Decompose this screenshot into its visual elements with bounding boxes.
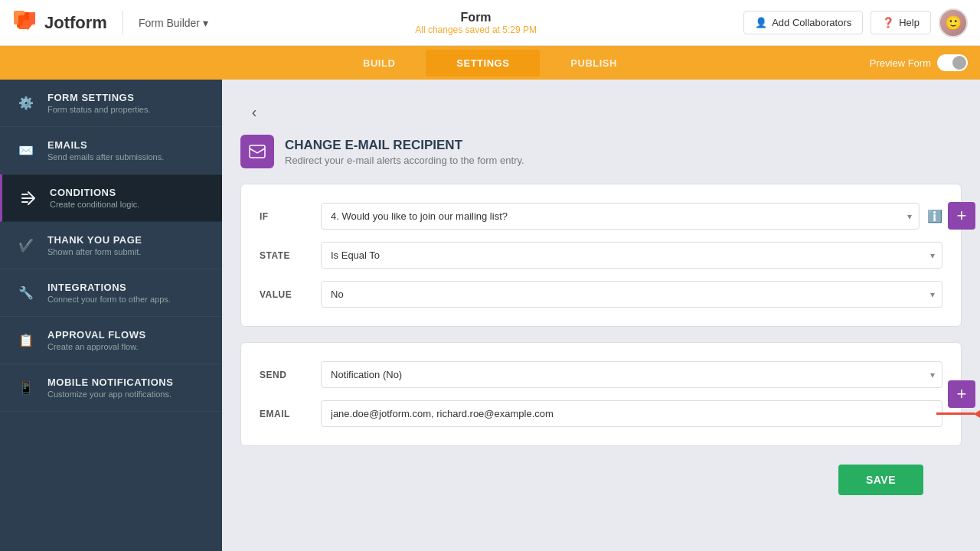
section-header: CHANGE E-MAIL RECIPIENT Redirect your e-… (240, 135, 962, 168)
sidebar-item-emails[interactable]: ✉️ EMAILS Send emails after submissions. (0, 127, 222, 174)
state-row: STATE Is Equal To ▾ (260, 242, 942, 269)
send-select-wrapper: Notification (No) ▾ (321, 361, 942, 388)
action-card: SEND Notification (No) ▾ EMAIL (240, 342, 962, 446)
email-row: EMAIL (260, 400, 942, 427)
save-section: SAVE (240, 465, 962, 495)
mobile-subtitle: Customize your app notifications. (47, 390, 173, 399)
person-icon: 👤 (755, 17, 767, 28)
email-input[interactable] (321, 400, 942, 427)
form-builder-button[interactable]: Form Builder ▾ (139, 17, 208, 29)
svg-rect-7 (23, 20, 29, 29)
help-button[interactable]: ❓ Help (871, 11, 931, 34)
mobile-icon: 📱 (15, 377, 37, 399)
info-icon[interactable]: ℹ️ (927, 209, 942, 223)
gear-icon: ⚙️ (15, 93, 37, 114)
nav-tabs: BUILD SETTINGS PUBLISH Preview Form (0, 46, 980, 80)
arrow-head (974, 407, 980, 421)
preview-form-label: Preview Form (870, 57, 931, 69)
add-collaborators-button[interactable]: 👤 Add Collaborators (743, 11, 863, 34)
sidebar-item-integrations[interactable]: 🔧 INTEGRATIONS Connect your form to othe… (0, 269, 222, 317)
if-select[interactable]: 4. Would you like to join our mailing li… (321, 203, 920, 230)
preview-toggle[interactable] (937, 54, 968, 71)
value-label: VALUE (260, 289, 321, 300)
conditions-label: CONDITIONS (50, 187, 139, 198)
value-select[interactable]: No (321, 281, 942, 308)
conditions-icon (18, 187, 39, 209)
approval-subtitle: Create an approval flow. (47, 342, 146, 351)
tab-publish[interactable]: PUBLISH (540, 50, 648, 77)
integrations-label: INTEGRATIONS (47, 282, 171, 293)
email-icon: ✉️ (15, 140, 37, 161)
avatar-image: 🙂 (940, 10, 966, 36)
conditions-subtitle: Create conditional logic. (50, 200, 139, 209)
header-left: Jotform Form Builder ▾ (12, 9, 208, 37)
checkmark-icon: ✔️ (15, 235, 37, 256)
tab-settings[interactable]: SETTINGS (426, 50, 540, 77)
arrow-indicator (936, 407, 980, 421)
send-row: SEND Notification (No) ▾ (260, 361, 942, 388)
toggle-knob (952, 56, 966, 70)
section-title: CHANGE E-MAIL RECIPIENT (285, 138, 524, 153)
form-title: Form (415, 11, 537, 24)
add-collaborators-label: Add Collaborators (772, 17, 851, 28)
form-builder-label: Form Builder (139, 17, 200, 29)
sidebar: ⚙️ FORM SETTINGS Form status and propert… (0, 80, 222, 551)
email-control (321, 400, 942, 427)
arrow-line (936, 412, 975, 415)
state-select[interactable]: Is Equal To (321, 242, 942, 269)
sidebar-item-conditions[interactable]: CONDITIONS Create conditional logic. (0, 174, 222, 222)
thank-you-subtitle: Shown after form submit. (47, 247, 142, 256)
save-status: All changes saved at 5:29 PM (415, 24, 537, 35)
approval-icon: 📋 (15, 330, 37, 351)
sidebar-item-thank-you[interactable]: ✔️ THANK YOU PAGE Shown after form submi… (0, 222, 222, 269)
sidebar-item-form-settings[interactable]: ⚙️ FORM SETTINGS Form status and propert… (0, 80, 222, 127)
sidebar-item-mobile-notifications[interactable]: 📱 MOBILE NOTIFICATIONS Customize your ap… (0, 364, 222, 412)
if-control: 4. Would you like to join our mailing li… (321, 203, 920, 230)
back-button[interactable]: ‹ (240, 98, 268, 126)
content-area: ‹ CHANGE E-MAIL RECIPIENT Redirect your … (222, 80, 980, 551)
header: Jotform Form Builder ▾ Form All changes … (0, 0, 980, 46)
avatar[interactable]: 🙂 (939, 8, 968, 37)
form-settings-label: FORM SETTINGS (47, 92, 151, 103)
form-settings-subtitle: Form status and properties. (47, 105, 151, 114)
send-control: Notification (No) ▾ (321, 361, 942, 388)
sidebar-item-approval-flows[interactable]: 📋 APPROVAL FLOWS Create an approval flow… (0, 317, 222, 364)
state-control: Is Equal To ▾ (321, 242, 942, 269)
integrations-subtitle: Connect your form to other apps. (47, 295, 171, 304)
if-select-wrapper: 4. Would you like to join our mailing li… (321, 203, 920, 230)
if-label: IF (260, 211, 321, 222)
mobile-label: MOBILE NOTIFICATIONS (47, 377, 173, 388)
state-select-wrapper: Is Equal To ▾ (321, 242, 942, 269)
header-right: 👤 Add Collaborators ❓ Help 🙂 (743, 8, 968, 37)
add-action-button[interactable]: + (948, 380, 975, 408)
emails-label: EMAILS (47, 139, 164, 151)
send-select[interactable]: Notification (No) (321, 361, 942, 388)
header-center: Form All changes saved at 5:29 PM (415, 11, 537, 35)
value-row: VALUE No ▾ (260, 281, 942, 308)
email-recipient-icon (240, 135, 274, 168)
save-button[interactable]: SAVE (838, 465, 923, 495)
condition-card: IF 4. Would you like to join our mailing… (240, 184, 962, 327)
svg-rect-10 (250, 145, 265, 158)
chevron-down-icon: ▾ (203, 17, 208, 29)
add-condition-button[interactable]: + (948, 202, 975, 230)
logo: Jotform (12, 9, 107, 37)
emails-subtitle: Send emails after submissions. (47, 152, 164, 161)
email-label: EMAIL (260, 409, 321, 419)
preview-form-toggle: Preview Form (870, 54, 968, 71)
value-control: No ▾ (321, 281, 942, 308)
approval-label: APPROVAL FLOWS (47, 329, 146, 341)
integrations-icon: 🔧 (15, 282, 37, 304)
tab-build[interactable]: BUILD (332, 50, 426, 77)
help-label: Help (899, 17, 920, 28)
logo-divider (122, 11, 123, 35)
thank-you-label: THANK YOU PAGE (47, 234, 142, 246)
logo-icon (12, 9, 40, 37)
help-icon: ❓ (882, 17, 894, 28)
condition-card-wrapper: IF 4. Would you like to join our mailing… (240, 184, 962, 327)
if-row: IF 4. Would you like to join our mailing… (260, 203, 942, 230)
action-card-wrapper: SEND Notification (No) ▾ EMAIL (240, 342, 962, 446)
state-label: STATE (260, 250, 321, 261)
main-layout: ⚙️ FORM SETTINGS Form status and propert… (0, 80, 980, 551)
send-label: SEND (260, 370, 321, 380)
